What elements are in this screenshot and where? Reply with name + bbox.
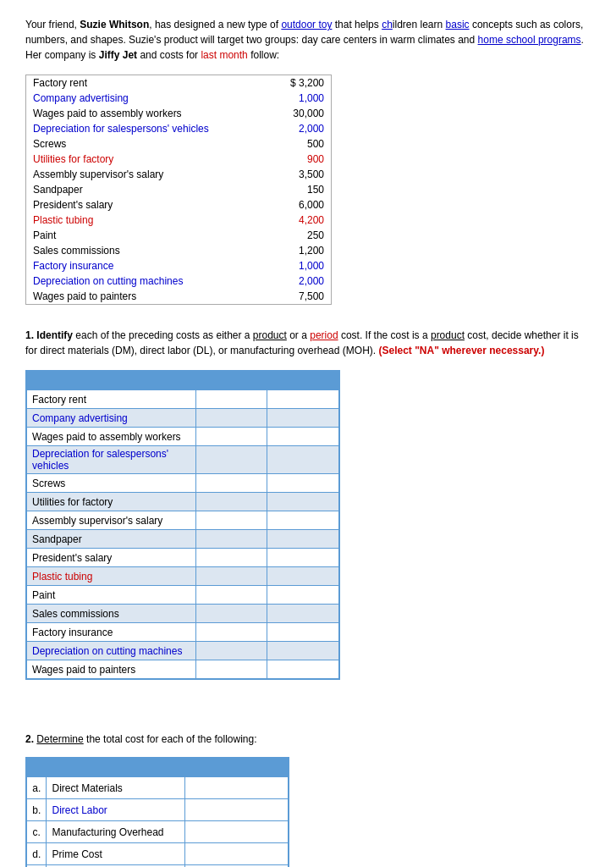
answer-item-label: Screws xyxy=(27,474,196,493)
answer-field-1[interactable] xyxy=(201,533,262,545)
cost-row: Utilities for factory900 xyxy=(26,152,331,167)
answer-input-2[interactable] xyxy=(267,390,339,409)
answer-input-1[interactable] xyxy=(195,390,267,409)
answer-input-1[interactable] xyxy=(195,642,267,660)
answer-field-1[interactable] xyxy=(201,645,262,657)
answer-field-1[interactable] xyxy=(201,552,262,564)
answer-row: Wages paid to assembly workers xyxy=(27,428,339,446)
section2-label: Prime Cost xyxy=(47,843,184,865)
answer-item-label: Depreciation for salespersons' vehicles xyxy=(27,446,196,474)
answer-field-2[interactable] xyxy=(272,533,333,545)
section2-row: c. Manufacturing Overhead xyxy=(27,821,289,843)
answer-row: Assembly supervisor's salary xyxy=(27,511,339,530)
section2-intro: 2. Determine the total cost for each of … xyxy=(25,732,591,747)
cost-label: President's salary xyxy=(26,197,270,213)
answer-input-2[interactable] xyxy=(267,493,339,511)
answer-field-1[interactable] xyxy=(201,571,262,583)
answer-field-2[interactable] xyxy=(272,394,333,406)
answer-field-2[interactable] xyxy=(272,664,333,676)
answer-field-2[interactable] xyxy=(272,552,333,564)
answer-field-2[interactable] xyxy=(272,431,333,443)
answer-field-1[interactable] xyxy=(201,627,262,638)
answer-input-1[interactable] xyxy=(195,409,267,428)
section2-field[interactable] xyxy=(190,848,283,860)
answer-input-1[interactable] xyxy=(195,586,267,605)
answer-field-1[interactable] xyxy=(201,589,262,601)
na-instruction: (Select "NA" wherever necessary.) xyxy=(378,345,544,356)
section2-input[interactable] xyxy=(184,843,288,865)
answer-input-2[interactable] xyxy=(267,428,339,446)
answer-input-1[interactable] xyxy=(195,446,267,474)
cost-table: Factory rent$ 3,200Company advertising1,… xyxy=(26,75,331,304)
answer-input-2[interactable] xyxy=(267,623,339,642)
answer-input-1[interactable] xyxy=(195,511,267,530)
answer-row: Screws xyxy=(27,474,339,493)
answer-field-1[interactable] xyxy=(201,664,262,676)
answer-input-1[interactable] xyxy=(195,474,267,493)
answer-field-2[interactable] xyxy=(272,454,333,466)
answer-field-1[interactable] xyxy=(201,412,262,424)
answer-item-label: Utilities for factory xyxy=(27,493,196,511)
answer-input-1[interactable] xyxy=(195,605,267,623)
answer-input-2[interactable] xyxy=(267,474,339,493)
section2-field[interactable] xyxy=(190,804,283,816)
cost-amount: $ 3,200 xyxy=(270,75,331,91)
answer-field-1[interactable] xyxy=(201,394,262,406)
intro-paragraph: Your friend, Suzie Whitson, has designed… xyxy=(25,17,591,63)
answer-input-1[interactable] xyxy=(195,660,267,679)
answer-input-2[interactable] xyxy=(267,549,339,567)
answer-field-1[interactable] xyxy=(201,454,262,466)
answer-input-2[interactable] xyxy=(267,446,339,474)
answer-input-2[interactable] xyxy=(267,511,339,530)
section2-input[interactable] xyxy=(184,777,288,799)
answer-field-2[interactable] xyxy=(272,627,333,638)
section2-input[interactable] xyxy=(184,821,288,843)
answer-field-1[interactable] xyxy=(201,478,262,489)
answer-field-2[interactable] xyxy=(272,515,333,527)
answer-input-1[interactable] xyxy=(195,567,267,586)
cost-row: Assembly supervisor's salary3,500 xyxy=(26,167,331,182)
cost-amount: 1,200 xyxy=(270,243,331,258)
answer-table-header xyxy=(27,372,339,390)
answer-item-label: Depreciation on cutting machines xyxy=(27,642,196,660)
answer-item-label: Plastic tubing xyxy=(27,567,196,586)
answer-field-2[interactable] xyxy=(272,645,333,657)
cost-amount: 2,000 xyxy=(270,273,331,289)
answer-field-1[interactable] xyxy=(201,431,262,443)
answer-field-2[interactable] xyxy=(272,412,333,424)
cost-label: Depreciation for salespersons' vehicles xyxy=(26,121,270,136)
answer-field-2[interactable] xyxy=(272,496,333,508)
answer-input-1[interactable] xyxy=(195,428,267,446)
answer-input-1[interactable] xyxy=(195,530,267,549)
answer-item-label: Paint xyxy=(27,586,196,605)
answer-field-2[interactable] xyxy=(272,478,333,489)
section2-input[interactable] xyxy=(184,799,288,821)
answer-input-2[interactable] xyxy=(267,530,339,549)
answer-field-2[interactable] xyxy=(272,571,333,583)
answer-field-2[interactable] xyxy=(272,589,333,601)
answer-input-1[interactable] xyxy=(195,549,267,567)
section2-row: d. Prime Cost xyxy=(27,843,289,865)
answer-field-1[interactable] xyxy=(201,608,262,620)
cost-row: Depreciation on cutting machines2,000 xyxy=(26,273,331,289)
answer-item-label: Wages paid to painters xyxy=(27,660,196,679)
answer-field-1[interactable] xyxy=(201,515,262,527)
answer-input-2[interactable] xyxy=(267,605,339,623)
answer-input-2[interactable] xyxy=(267,409,339,428)
section2-table: a. Direct Materials b. Direct Labor c. M… xyxy=(26,758,289,867)
answer-input-2[interactable] xyxy=(267,567,339,586)
answer-input-2[interactable] xyxy=(267,660,339,679)
answer-input-2[interactable] xyxy=(267,642,339,660)
answer-input-1[interactable] xyxy=(195,493,267,511)
answer-item-label: Wages paid to assembly workers xyxy=(27,428,196,446)
answer-field-1[interactable] xyxy=(201,496,262,508)
answer-field-2[interactable] xyxy=(272,608,333,620)
answer-row: Utilities for factory xyxy=(27,493,339,511)
answer-item-label: Factory rent xyxy=(27,390,196,409)
section2-field[interactable] xyxy=(190,782,283,794)
answer-input-2[interactable] xyxy=(267,586,339,605)
answer-input-1[interactable] xyxy=(195,623,267,642)
cost-row: Wages paid to assembly workers30,000 xyxy=(26,106,331,121)
cost-label: Paint xyxy=(26,228,270,243)
section2-field[interactable] xyxy=(190,826,283,838)
